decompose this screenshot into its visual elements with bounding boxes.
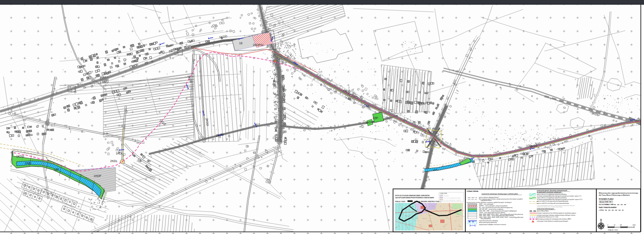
svg-text:klasy dojazdowej: klasy dojazdowej: [481, 218, 491, 220]
svg-text:granica strefy 3 m od stopy wa: granica strefy 3 m od stopy wału przeciw…: [537, 200, 568, 202]
svg-text:OZNACZENIA: OZNACZENIA: [467, 190, 478, 192]
svg-text:granica strefy 50 m od stopy w: granica strefy 50 m od stopy wału przeci…: [537, 203, 569, 204]
svg-text:zwymiarowane odległości mierzo: zwymiarowane odległości mierzone w metra…: [479, 224, 506, 225]
svg-text:WYPIS ZE STUDIUM UWARUNKOWAŃ I: WYPIS ZE STUDIUM UWARUNKOWAŃ I KIERUNKÓW: [395, 194, 430, 197]
svg-text:1KDP/U: 1KDP/U: [253, 43, 263, 46]
svg-text:powodzią (art. 88 ust. 2 pkt 1: powodzią (art. 88 ust. 2 pkt 1 i 3 ustaw…: [537, 206, 563, 208]
svg-text:.: .: [624, 209, 624, 211]
svg-text:50: 50: [614, 224, 616, 226]
svg-text:nieprzekraczalne linie zabudow: nieprzekraczalne linie zabudowy: [479, 220, 498, 222]
svg-text:Miejscowy plan zagospodarowani: Miejscowy plan zagospodarowania przestrz…: [599, 192, 638, 194]
svg-text:przebieg kanału Katariusza 1,0: przebieg kanału Katariusza 1,0 - kolor: [537, 216, 558, 218]
svg-text:istniejące napowietrzne linie: istniejące napowietrzne linie elektroene…: [537, 212, 576, 214]
svg-text:M2 - tereny mieszkaniowe - zab: M2 - tereny mieszkaniowe - zabudowa: [444, 200, 461, 201]
svg-text:przeznaczenie terenów określon: przeznaczenie terenów określone za pomoc…: [467, 202, 512, 203]
svg-text:2KDL: 2KDL: [110, 160, 118, 163]
svg-text:200m: 200m: [633, 224, 636, 226]
svg-text:orientacyjne strefy lokalizacj: orientacyjne strefy lokalizacji zespołów…: [537, 220, 568, 222]
svg-text:obszar potencjalnej dominanty: obszar potencjalnej dominanty: [479, 222, 497, 223]
svg-text:ZAGOSPODAROWANIA PRZESTRZENNEG: ZAGOSPODAROWANIA PRZESTRZENNEGO MIASTA M…: [395, 197, 434, 199]
svg-text:SKALA 1:10000: SKALA 1:10000: [395, 201, 405, 203]
svg-text:ZAŁĄCZNIK NR 1: ZAŁĄCZNIK NR 1: [599, 201, 613, 203]
svg-text:RADY MIASTA MARKI: RADY MIASTA MARKI: [599, 206, 616, 208]
svg-text:1ZP: 1ZP: [54, 168, 59, 171]
svg-text:2ZP: 2ZP: [373, 117, 378, 120]
svg-text:na którym prawdopodobieństwo w: na którym prawdopodobieństwo wystąpienia…: [537, 199, 582, 200]
svg-text:1KDL: 1KDL: [116, 152, 123, 155]
svg-text:3ZP: 3ZP: [459, 159, 464, 162]
svg-text:M/U - tereny mieszkaniowo-uslu: M/U - tereny mieszkaniowo-uslugowe: [444, 197, 461, 199]
svg-text:SKALA 1:2000: SKALA 1:2000: [608, 229, 618, 231]
svg-text:1KDD: 1KDD: [16, 155, 24, 158]
svg-text:5KDZ: 5KDZ: [282, 89, 285, 97]
svg-text:dla Trasy Mostu Północnego w M: dla Trasy Mostu Północnego w Markach.: [599, 194, 630, 196]
svg-text:DO UCHWAŁY NR: DO UCHWAŁY NR: [599, 203, 613, 205]
svg-text:oznaczenia informacyjne:: oznaczenia informacyjne:: [537, 208, 554, 210]
svg-text:1KDP: 1KDP: [94, 174, 102, 177]
svg-text:100: 100: [620, 224, 622, 226]
svg-text:zagospodarowania: zagospodarowania: [481, 200, 492, 201]
svg-text:RYSUNEK PLANU: RYSUNEK PLANU: [599, 198, 613, 200]
svg-text:zagrodowa: zagrodowa: [444, 195, 449, 197]
svg-text:1WS: 1WS: [25, 162, 31, 165]
svg-text:alternatywny przebieg linii tr: alternatywny przebieg linii tramwajowej …: [537, 218, 571, 220]
svg-text:na którym prawdopodobieństwo w: na którym prawdopodobieństwo wystąpienia…: [537, 195, 581, 197]
svg-text:OZNACZENIA: OZNACZENIA: [440, 193, 447, 194]
svg-text:granica Miasta Marki: granica Miasta Marki: [537, 210, 549, 212]
svg-text:1E: 1E: [239, 42, 243, 45]
svg-text:oznaczenia stanowiące obowiązu: oznaczenia stanowiące obowiązujące ustal…: [482, 193, 518, 195]
svg-text:na podstawie przepisów odrębny: na podstawie przepisów odrębnych:: [537, 191, 561, 193]
svg-text:z dnia: z dnia: [599, 209, 604, 211]
svg-text:istniejące gazociągi średniego: istniejące gazociągi średniego i podwyżs…: [537, 214, 576, 216]
